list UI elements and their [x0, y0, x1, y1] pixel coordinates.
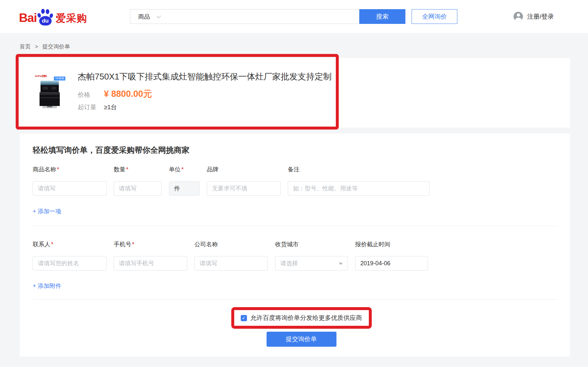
add-item-link[interactable]: + 添加一项 — [33, 207, 61, 215]
breadcrumb-separator: > — [35, 44, 38, 50]
brand-label: 品牌 — [207, 166, 219, 173]
contact-label: 联系人 — [33, 241, 50, 248]
remark-label: 备注 — [288, 166, 300, 173]
baidu-aicaigou-logo[interactable]: Bai du 爱采购 — [19, 7, 87, 26]
moq-value: ≥1台 — [104, 103, 117, 112]
search-category-label: 商品 — [138, 13, 150, 21]
phone-label: 手机号 — [114, 241, 131, 248]
field-quantity: 数量* — [114, 166, 162, 196]
moq-label: 起订量 — [78, 103, 104, 112]
quantity-input[interactable] — [114, 181, 162, 196]
consent-label: 允许百度将询价单分发给更多优质供应商 — [251, 314, 362, 322]
stove-illustration — [40, 81, 60, 108]
field-brand: 品牌 — [207, 166, 281, 196]
field-deadline: 报价截止时间 — [355, 241, 428, 271]
company-input[interactable] — [194, 256, 268, 271]
annotation-box-consent: ✓ 允许百度将询价单分发给更多优质供应商 — [231, 307, 372, 329]
search-category-dropdown[interactable]: 商品 — [138, 13, 160, 21]
product-image: JiePa杰帕 750黑色 — [34, 72, 65, 110]
add-attachment-link[interactable]: + 添加附件 — [33, 282, 61, 290]
breadcrumb-home[interactable]: 首页 — [20, 44, 31, 50]
city-label: 收货城市 — [275, 241, 299, 248]
form-row-contact: 联系人* 手机号* 公司名称 收货城市 请选择 报价截止时间 — [33, 241, 570, 271]
breadcrumb: 首页 > 提交询价单 — [20, 43, 70, 50]
baidu-paw-icon: du — [38, 8, 53, 26]
field-contact-name: 联系人* — [33, 241, 106, 271]
site-wide-inquiry-button[interactable]: 全网询价 — [412, 9, 457, 24]
user-avatar-icon — [514, 12, 523, 21]
dropdown-caret-icon — [339, 263, 343, 265]
submit-row: 提交询价单 — [33, 332, 570, 347]
quantity-label: 数量 — [114, 166, 125, 173]
field-company: 公司名称 — [194, 241, 268, 271]
auth-entry[interactable]: 注册/登录 — [514, 12, 554, 21]
header: Bai du 爱采购 商品 搜索 全网询价 注册/登录 — [0, 0, 588, 33]
product-summary-card: JiePa杰帕 750黑色 杰帕750X1下吸下排式集成灶智能触控环保一体灶厂家… — [20, 58, 570, 128]
breadcrumb-current: 提交询价单 — [42, 44, 70, 50]
remark-input[interactable] — [288, 181, 430, 196]
section-divider — [33, 226, 557, 226]
submit-inquiry-button[interactable]: 提交询价单 — [267, 332, 336, 347]
product-image-brand-text: JiePa杰帕 — [35, 74, 47, 78]
product-image-badge: 750黑色 — [54, 77, 65, 80]
price-row: 价格 ¥ 8800.00元 — [78, 88, 152, 100]
field-phone: 手机号* — [114, 241, 187, 271]
section-divider — [33, 299, 557, 300]
required-marker: * — [132, 241, 134, 248]
inquiry-form-card: 轻松填写询价单，百度爱采购帮你全网挑商家 商品名称* 数量* 单位* 品牌 备注… — [20, 133, 570, 357]
search-input[interactable] — [167, 10, 359, 23]
form-title: 轻松填写询价单，百度爱采购帮你全网挑商家 — [33, 145, 570, 155]
form-row-product: 商品名称* 数量* 单位* 品牌 备注 — [33, 166, 570, 196]
search-button[interactable]: 搜索 — [359, 9, 405, 24]
deadline-label: 报价截止时间 — [355, 241, 390, 248]
product-name-input[interactable] — [33, 181, 106, 196]
logo-brand-text: 爱采购 — [56, 10, 87, 26]
price-value: ¥ 8800.00元 — [104, 88, 152, 100]
field-unit: 单位* — [169, 166, 200, 196]
check-icon: ✓ — [242, 315, 246, 321]
company-label: 公司名称 — [194, 241, 218, 248]
field-city: 收货城市 请选择 — [275, 241, 348, 271]
search-box: 商品 — [130, 9, 359, 24]
contact-name-input[interactable] — [33, 256, 106, 271]
deadline-date-input[interactable] — [355, 256, 428, 271]
required-marker: * — [181, 166, 184, 173]
required-marker: * — [57, 166, 59, 173]
required-marker: * — [51, 241, 53, 248]
city-select[interactable]: 请选择 — [275, 256, 348, 271]
consent-checkbox[interactable]: ✓ — [241, 315, 247, 321]
price-label: 价格 — [78, 91, 104, 99]
brand-input[interactable] — [207, 181, 281, 196]
phone-input[interactable] — [114, 256, 187, 271]
chevron-down-icon — [156, 13, 161, 18]
moq-row: 起订量 ≥1台 — [78, 103, 117, 112]
product-name-label: 商品名称 — [33, 166, 56, 173]
required-marker: * — [126, 166, 128, 173]
logo-bai-text: Bai — [19, 10, 37, 26]
register-login-link[interactable]: 注册/登录 — [527, 12, 554, 21]
unit-input[interactable] — [169, 181, 200, 196]
product-title: 杰帕750X1下吸下排式集成灶智能触控环保一体灶厂家批发支持定制 — [78, 71, 332, 82]
unit-label: 单位 — [169, 166, 181, 173]
city-select-value: 请选择 — [280, 259, 298, 267]
field-product-name: 商品名称* — [33, 166, 106, 196]
field-remark: 备注 — [288, 166, 430, 196]
logo-du-text: du — [39, 16, 52, 26]
consent-row: ✓ 允许百度将询价单分发给更多优质供应商 — [33, 307, 570, 329]
